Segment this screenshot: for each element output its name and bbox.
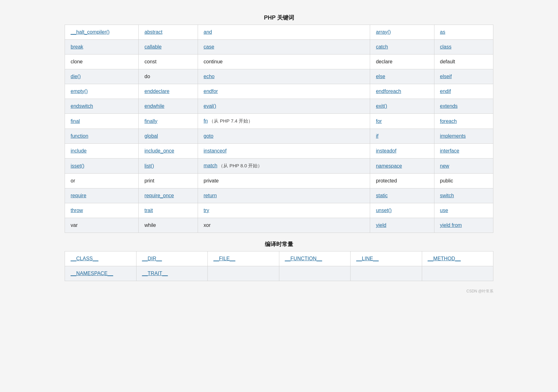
table-cell: __TRAIT__ [136,266,208,281]
keyword-link[interactable]: return [204,193,217,198]
keyword-link[interactable]: interface [440,148,459,153]
keyword-link[interactable]: try [204,208,209,213]
keyword-link[interactable]: __halt_compiler() [71,29,110,35]
keyword-link[interactable]: enddeclare [144,89,169,94]
constant-link[interactable]: __METHOD__ [428,256,461,261]
table-cell: endforeach [370,84,434,99]
constant-link[interactable]: __NAMESPACE__ [71,271,113,276]
constant-link[interactable]: __LINE__ [356,256,379,261]
keyword-link[interactable]: insteadof [376,148,396,153]
keyword-link[interactable]: elseif [440,74,452,79]
keyword-link[interactable]: echo [204,74,215,79]
keyword-link[interactable]: function [71,133,88,139]
keyword-link[interactable]: endif [440,89,451,94]
table-cell: print [139,174,198,188]
keyword-link[interactable]: abstract [144,29,162,35]
keyword-link[interactable]: include_once [144,148,174,153]
constant-link[interactable]: __CLASS__ [71,256,98,261]
table-cell: require_once [139,188,198,203]
keyword-link[interactable]: endswitch [71,103,93,109]
keyword-link[interactable]: callable [144,44,161,49]
keyword-link[interactable]: finally [144,118,157,124]
table-cell: yield [370,218,434,233]
keyword-link[interactable]: yield [376,222,386,228]
keyword-link[interactable]: new [440,163,449,169]
table-cell: xor [198,218,370,233]
table-cell: require [65,188,139,203]
keyword-link[interactable]: use [440,208,448,213]
table-cell: include_once [139,144,198,159]
keyword-link[interactable]: unset() [376,208,392,213]
keyword-link[interactable]: implements [440,133,466,139]
table-row: cloneconstcontinuedeclaredefault [65,55,493,69]
keyword-link[interactable]: fn [204,118,208,124]
keyword-link[interactable]: endwhile [144,103,164,109]
keyword-link[interactable]: array() [376,29,391,35]
table-cell: __NAMESPACE__ [65,266,137,281]
keyword-link[interactable]: isset() [71,163,84,169]
table-cell: switch [434,188,493,203]
keyword-link[interactable]: switch [440,193,454,198]
keyword-link[interactable]: catch [376,44,388,49]
table-row: requirerequire_oncereturnstaticswitch [65,188,493,203]
constant-link[interactable]: __DIR__ [142,256,162,261]
table-cell: extends [434,99,493,114]
table-cell: eval() [198,99,370,114]
keyword-link[interactable]: else [376,74,385,79]
keyword-link[interactable]: case [204,44,214,49]
table-cell: yield from [434,218,493,233]
keyword-link[interactable]: and [204,29,212,35]
keyword-link[interactable]: list() [144,163,154,169]
keyword-link[interactable]: trait [144,208,153,213]
table-cell: implements [434,129,493,144]
table-cell: callable [139,40,198,55]
keyword-link[interactable]: endforeach [376,89,401,94]
keyword-link[interactable]: endfor [204,89,218,94]
keywords-table: __halt_compiler()abstractandarray()asbre… [65,25,493,233]
keyword-link[interactable]: final [71,118,80,124]
keyword-link[interactable]: as [440,29,445,35]
table-cell: break [65,40,139,55]
table-row: throwtraittryunset()use [65,203,493,218]
keyword-link[interactable]: yield from [440,222,462,228]
keyword-link[interactable]: extends [440,103,458,109]
table-cell: for [370,114,434,129]
keyword-link[interactable]: require [71,193,86,198]
keyword-link[interactable]: goto [204,133,213,139]
constant-link[interactable]: __FUNCTION__ [285,256,322,261]
keywords-title: PHP 关键词 [65,14,493,21]
keyword-link[interactable]: break [71,44,83,49]
keyword-link[interactable]: if [376,133,378,139]
keyword-link[interactable]: die() [71,74,81,79]
keyword-note: （从 PHP 7.4 开始） [208,118,253,124]
table-cell: finally [139,114,198,129]
watermark: CSDN @叶常系 [65,289,493,294]
keyword-link[interactable]: foreach [440,118,457,124]
table-cell: exit() [370,99,434,114]
keyword-link[interactable]: require_once [144,193,174,198]
keyword-link[interactable]: class [440,44,451,49]
keyword-link[interactable]: instanceof [204,148,227,153]
keyword-link[interactable]: namespace [376,163,402,169]
keyword-link[interactable]: eval() [204,103,216,109]
keyword-link[interactable]: static [376,193,387,198]
table-cell: return [198,188,370,203]
keyword-link[interactable]: exit() [376,103,387,109]
table-cell: endfor [198,84,370,99]
table-cell: var [65,218,139,233]
keyword-link[interactable]: include [71,148,87,153]
table-row: includeinclude_onceinstanceofinsteadofin… [65,144,493,159]
keyword-link[interactable]: global [144,133,158,139]
table-row: endswitchendwhileeval()exit()extends [65,99,493,114]
table-cell [351,266,422,281]
table-cell: echo [198,69,370,84]
keyword-link[interactable]: throw [71,208,83,213]
constant-link[interactable]: __FILE__ [213,256,235,261]
table-cell: list() [139,159,198,174]
constant-link[interactable]: __TRAIT__ [142,271,168,276]
keyword-link[interactable]: empty() [71,89,88,94]
page-container: PHP 关键词 __halt_compiler()abstractandarra… [65,14,493,294]
table-cell: foreach [434,114,493,129]
keyword-link[interactable]: for [376,118,382,124]
keyword-link[interactable]: match [204,163,218,168]
